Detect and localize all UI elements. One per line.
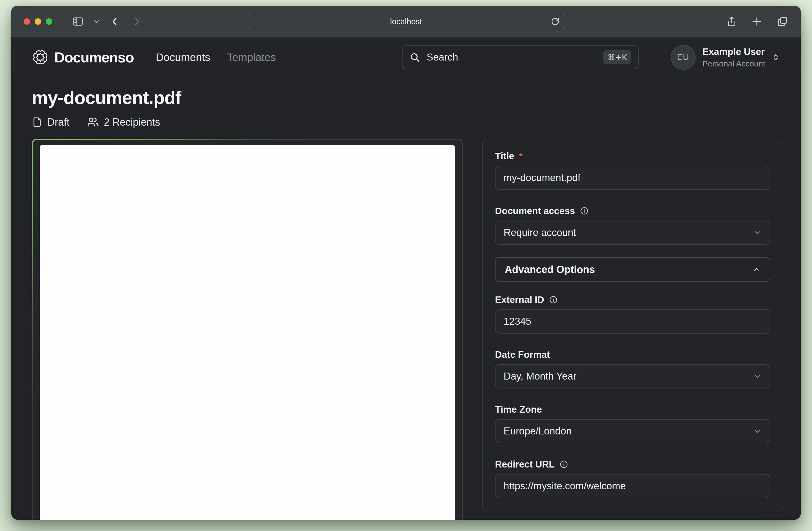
search-input[interactable]: Search ⌘+K <box>402 45 639 69</box>
recipients-badge: 2 Recipients <box>87 116 160 128</box>
toolbar-divider <box>88 15 88 28</box>
document-access-label: Document access <box>495 205 770 216</box>
time-zone-label: Time Zone <box>495 404 770 415</box>
search-shortcut-badge: ⌘+K <box>603 50 631 64</box>
reload-icon[interactable] <box>551 17 560 26</box>
user-account: Personal Account <box>702 59 765 68</box>
main-nav: Documents Templates <box>156 52 276 63</box>
date-format-label-text: Date Format <box>495 349 550 360</box>
info-icon[interactable] <box>580 206 589 215</box>
external-id-label: External ID <box>495 294 770 305</box>
redirect-url-label-text: Redirect URL <box>495 459 555 470</box>
page-title: my-document.pdf <box>32 87 780 108</box>
advanced-options-label: Advanced Options <box>505 264 595 275</box>
title-input[interactable] <box>495 166 770 190</box>
time-zone-field-group: Time Zone Europe/London <box>495 404 770 443</box>
external-id-field-group: External ID <box>495 294 770 333</box>
time-zone-value: Europe/London <box>504 426 571 437</box>
status-badge: Draft <box>32 116 69 128</box>
minimize-window-button[interactable] <box>35 18 41 25</box>
chevron-down-icon <box>753 427 762 435</box>
app-header: Documenso Documents Templates Search ⌘+K… <box>11 38 801 77</box>
document-preview-card <box>32 139 463 520</box>
user-meta: Example User Personal Account <box>702 46 765 68</box>
avatar: EU <box>671 45 696 70</box>
recipients-text: 2 Recipients <box>104 116 160 128</box>
advanced-options-toggle[interactable]: Advanced Options <box>495 257 770 282</box>
date-format-field-group: Date Format Day, Month Year <box>495 349 770 388</box>
address-bar[interactable]: localhost <box>247 14 565 29</box>
date-format-value: Day, Month Year <box>504 371 577 382</box>
date-format-select[interactable]: Day, Month Year <box>495 364 770 388</box>
required-asterisk: * <box>519 150 523 161</box>
browser-toolbar: localhost <box>11 6 801 38</box>
pdf-page <box>40 145 455 520</box>
document-access-value: Require account <box>504 227 576 238</box>
toolbar-left-group <box>72 15 142 28</box>
date-format-label: Date Format <box>495 349 770 360</box>
chevron-down-icon <box>753 228 762 237</box>
browser-window: localhost <box>11 6 801 520</box>
chevron-up-icon <box>752 265 760 274</box>
title-field-group: Title * <box>495 150 770 190</box>
chevron-down-icon <box>753 372 762 381</box>
document-meta: Draft 2 Recipients <box>32 116 780 128</box>
sidebar-toggle-icon[interactable] <box>72 16 84 27</box>
content-row: Title * Document access <box>32 139 780 520</box>
sidebar-menu-chevron-icon[interactable] <box>93 18 100 25</box>
tab-overview-icon[interactable] <box>777 16 788 27</box>
external-id-label-text: External ID <box>495 294 544 305</box>
forward-icon[interactable] <box>132 16 142 27</box>
info-icon[interactable] <box>549 295 557 304</box>
brand-name: Documenso <box>54 49 134 66</box>
external-id-input[interactable] <box>495 309 770 333</box>
close-window-button[interactable] <box>24 18 30 25</box>
time-zone-select[interactable]: Europe/London <box>495 419 770 443</box>
zoom-window-button[interactable] <box>46 18 52 25</box>
file-icon <box>32 117 43 128</box>
document-access-select[interactable]: Require account <box>495 220 770 245</box>
nav-documents[interactable]: Documents <box>156 52 210 63</box>
chevrons-up-down-icon <box>771 53 780 62</box>
document-settings-panel: Title * Document access <box>482 139 783 511</box>
users-icon <box>87 116 99 128</box>
address-bar-url: localhost <box>390 17 422 26</box>
status-text: Draft <box>47 116 69 128</box>
info-icon[interactable] <box>560 460 568 469</box>
new-tab-icon[interactable] <box>751 16 763 27</box>
brand[interactable]: Documenso <box>32 49 134 66</box>
document-access-field-group: Document access Require account <box>495 205 770 245</box>
redirect-url-label: Redirect URL <box>495 459 770 470</box>
user-name: Example User <box>702 46 765 57</box>
title-label: Title * <box>495 150 770 161</box>
nav-templates[interactable]: Templates <box>227 52 276 63</box>
time-zone-label-text: Time Zone <box>495 404 542 415</box>
search-placeholder: Search <box>427 52 458 63</box>
title-label-text: Title <box>495 150 514 161</box>
redirect-url-input[interactable] <box>495 474 770 498</box>
toolbar-right-group <box>726 16 788 27</box>
redirect-url-field-group: Redirect URL <box>495 459 770 498</box>
window-controls <box>24 18 52 25</box>
user-menu[interactable]: EU Example User Personal Account <box>671 45 780 70</box>
share-icon[interactable] <box>726 16 737 27</box>
documenso-logo-icon <box>32 49 49 66</box>
back-icon[interactable] <box>110 16 120 27</box>
document-preview-inner <box>33 140 462 520</box>
search-icon <box>409 52 420 63</box>
document-access-label-text: Document access <box>495 205 575 216</box>
document-edit-page: my-document.pdf Draft <box>11 87 801 520</box>
